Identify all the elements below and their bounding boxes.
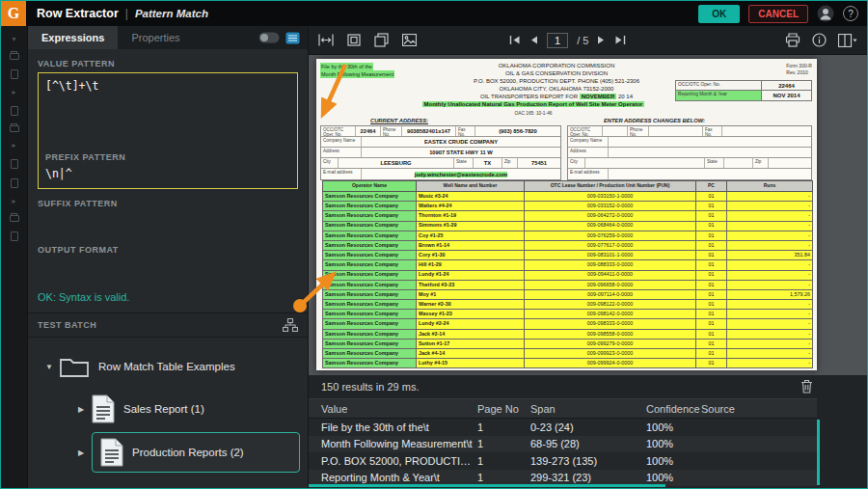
doc-pun-cell: 009-097114-0-0000 <box>525 289 696 299</box>
doc-table-row: Samson Resources Company Walters #4-24 0… <box>323 202 813 211</box>
rail-document-icon[interactable] <box>11 69 18 79</box>
print-icon[interactable] <box>785 33 800 47</box>
rail-chevron-icon[interactable]: ▸ <box>12 198 15 205</box>
doc-well-cell: Walters #4-24 <box>417 202 525 211</box>
doc-pun-cell: 009-098558-0-0000 <box>525 329 696 339</box>
ok-button[interactable]: OK <box>698 5 740 23</box>
doc-header-block: OKLAHOMA CORPORATION COMMISSION OIL & GA… <box>397 62 716 100</box>
doc-report-prefix: OIL TRANSPORTERS REPORT FOR <box>480 94 578 99</box>
doc-addr-empty <box>649 126 703 136</box>
expand-arrow-icon[interactable]: ▶ <box>78 448 92 457</box>
multi-page-icon[interactable] <box>374 33 389 47</box>
page-total-label: / 5 <box>577 35 588 46</box>
result-page: 1 <box>477 421 530 433</box>
tree-item-row-match-folder[interactable]: ▼ Row Match Table Examples <box>28 347 308 386</box>
tree-item-label: Row Match Table Examples <box>98 361 235 372</box>
results-status-bar: 150 results in 29 ms. <box>309 375 867 398</box>
results-horizontal-scrollbar[interactable] <box>309 484 665 487</box>
doc-pun-cell: 009-083101-1-0000 <box>525 251 696 260</box>
results-col-span[interactable]: Span <box>530 403 646 415</box>
document-viewport[interactable]: File by the 30th of the Month Following … <box>308 55 867 375</box>
previous-page-icon[interactable] <box>529 35 538 45</box>
options-grid-icon[interactable] <box>285 32 300 44</box>
rail-chevron-icon[interactable]: ▾ <box>12 36 15 43</box>
result-row[interactable]: File by the 30th of the\t 1 0-23 (24) 10… <box>309 419 817 436</box>
doc-runs-cell: - <box>727 270 813 280</box>
result-row[interactable]: P.O. BOX 52000, PRODUCTION DEPT. PHO... … <box>309 452 817 470</box>
doc-operator-cell: Samson Resources Company <box>323 300 417 310</box>
tree-item-sales-report[interactable]: ▶ Sales Report (1) <box>28 390 308 428</box>
rail-chevron-icon[interactable]: ▸ <box>12 142 15 149</box>
doc-well-cell: Hill #1-29 <box>417 260 525 270</box>
result-value: P.O. BOX 52000, PRODUCTION DEPT. PHO... <box>309 455 477 467</box>
layout-options-icon[interactable] <box>838 34 857 47</box>
app-logo-icon[interactable]: G <box>1 1 26 26</box>
rail-document-icon[interactable] <box>11 178 18 188</box>
cancel-button[interactable]: CANCEL <box>748 5 808 23</box>
last-page-icon[interactable] <box>614 35 626 45</box>
doc-addr-empty <box>609 148 811 157</box>
help-icon[interactable]: ? <box>843 6 858 21</box>
doc-pun-cell: 009-077617-0-0000 <box>525 240 696 250</box>
tab-properties[interactable]: Properties <box>118 26 193 49</box>
suffix-pattern-input[interactable] <box>38 212 298 235</box>
user-avatar-icon[interactable] <box>817 5 834 22</box>
doc-addr-empty <box>585 158 705 168</box>
collapse-arrow-icon[interactable]: ▼ <box>45 363 59 371</box>
rail-document-icon[interactable] <box>11 106 18 116</box>
object-tree-rail[interactable]: ▾ ▸ ▸ ▸ <box>1 26 28 488</box>
first-page-icon[interactable] <box>509 35 521 45</box>
image-view-icon[interactable] <box>402 34 417 46</box>
doc-well-cell: Brown #1-14 <box>417 240 525 250</box>
doc-addr-label: City <box>321 158 339 168</box>
row-extractor-window: G Row Extractor | Pattern Match OK CANCE… <box>0 0 868 489</box>
doc-addr-label: OCC/OTC Oper. No. <box>568 126 603 136</box>
expressions-panel: Expressions Properties VALUE PATTERN [^\… <box>28 26 308 488</box>
rail-chevron-icon[interactable]: ▸ <box>12 89 15 96</box>
trash-icon[interactable] <box>800 379 813 394</box>
document-page[interactable]: File by the 30th of the Month Following … <box>316 59 817 370</box>
value-pattern-input[interactable]: [^\t]+\t PREFIX PATTERN \n|^ <box>38 72 298 189</box>
doc-col-runs: Runs <box>727 181 813 192</box>
doc-pun-cell: 009-096658-0-0000 <box>525 280 696 289</box>
doc-table-row: Samson Resources Company Moy #1 009-0971… <box>323 289 813 299</box>
hierarchy-icon[interactable] <box>283 318 298 332</box>
info-icon[interactable] <box>812 33 827 47</box>
output-format-input[interactable] <box>38 258 298 282</box>
doc-table-row: Samson Resources Company Warner #2-30 00… <box>323 300 813 310</box>
results-col-source[interactable]: Source <box>701 403 817 415</box>
results-col-confidence[interactable]: Confidence <box>646 403 701 415</box>
visibility-toggle-icon[interactable] <box>258 32 280 43</box>
selected-tree-item[interactable]: Production Reports (2) <box>92 432 300 473</box>
rail-folder-icon[interactable] <box>10 53 19 60</box>
doc-oac-ref: OAC 165: 10-1-46 <box>374 111 692 116</box>
prefix-pattern-input[interactable]: \n|^ <box>45 167 72 180</box>
doc-table-row: Samson Resources Company Thornton #1-19 … <box>323 211 813 221</box>
doc-report-year: 20 14 <box>618 94 633 99</box>
doc-operator-cell: Samson Resources Company <box>323 349 417 359</box>
results-panel: 150 results in 29 ms. Value Page No Span… <box>308 375 867 488</box>
results-col-page[interactable]: Page No <box>477 403 530 415</box>
doc-runs-cell: - <box>727 300 813 310</box>
rail-document-icon[interactable] <box>11 231 18 241</box>
rail-folder-icon[interactable] <box>10 125 19 132</box>
rail-document-icon[interactable] <box>11 159 18 169</box>
tree-item-production-reports[interactable]: ▶ Production Reports (2) <box>28 432 308 473</box>
fit-page-icon[interactable] <box>347 34 361 46</box>
results-vertical-scrollbar[interactable] <box>817 420 820 485</box>
doc-addr-empty <box>609 169 811 179</box>
results-col-value[interactable]: Value <box>309 403 477 415</box>
tab-expressions[interactable]: Expressions <box>28 26 118 49</box>
doc-pun-cell: 009-033152-0-0000 <box>525 202 696 211</box>
doc-addr-label: Zip <box>753 158 769 168</box>
viewer-toolbar: 1 / 5 <box>308 26 867 55</box>
test-batch-label: TEST BATCH <box>38 320 96 330</box>
page-number-input[interactable]: 1 <box>547 33 568 48</box>
fit-width-icon[interactable] <box>318 34 334 46</box>
rail-folder-icon[interactable] <box>10 215 19 222</box>
next-page-icon[interactable] <box>597 35 606 45</box>
expand-arrow-icon[interactable]: ▶ <box>78 405 92 414</box>
doc-oper-label: OCC/OTC Oper. No. <box>676 81 761 90</box>
result-row[interactable]: Month Following Measurement\t 1 68-95 (2… <box>309 436 817 453</box>
doc-operator-cell: Samson Resources Company <box>323 260 417 270</box>
